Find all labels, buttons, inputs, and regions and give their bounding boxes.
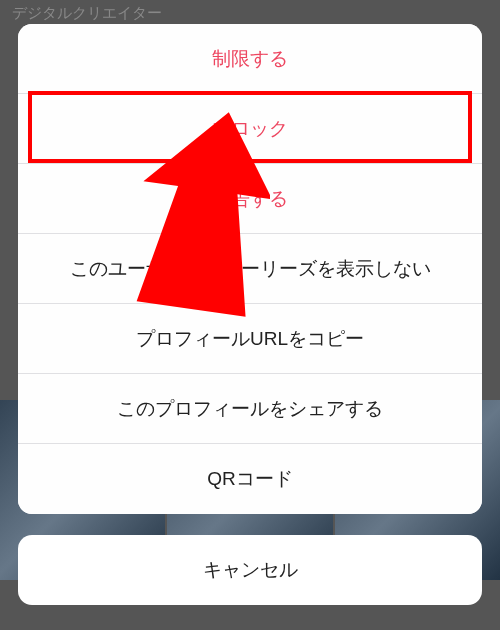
hide-story-button[interactable]: このユーザーのストーリーズを表示しない	[18, 234, 482, 304]
hide-story-label: このユーザーのストーリーズを表示しない	[70, 256, 431, 282]
share-profile-label: このプロフィールをシェアする	[117, 396, 383, 422]
restrict-button[interactable]: 制限する	[18, 24, 482, 94]
restrict-label: 制限する	[212, 46, 288, 72]
report-button[interactable]: 報告する	[18, 164, 482, 234]
block-label: ブロック	[212, 116, 288, 142]
qr-code-label: QRコード	[207, 466, 293, 492]
copy-url-button[interactable]: プロフィールURLをコピー	[18, 304, 482, 374]
cancel-button[interactable]: キャンセル	[18, 535, 482, 605]
share-profile-button[interactable]: このプロフィールをシェアする	[18, 374, 482, 444]
action-sheet: 制限する ブロック 報告する このユーザーのストーリーズを表示しない プロフィー…	[18, 24, 482, 514]
copy-url-label: プロフィールURLをコピー	[136, 326, 364, 352]
block-button[interactable]: ブロック	[18, 94, 482, 164]
cancel-label: キャンセル	[203, 557, 298, 583]
report-label: 報告する	[212, 186, 288, 212]
qr-code-button[interactable]: QRコード	[18, 444, 482, 514]
profile-type-label: デジタルクリエイター	[12, 4, 162, 23]
